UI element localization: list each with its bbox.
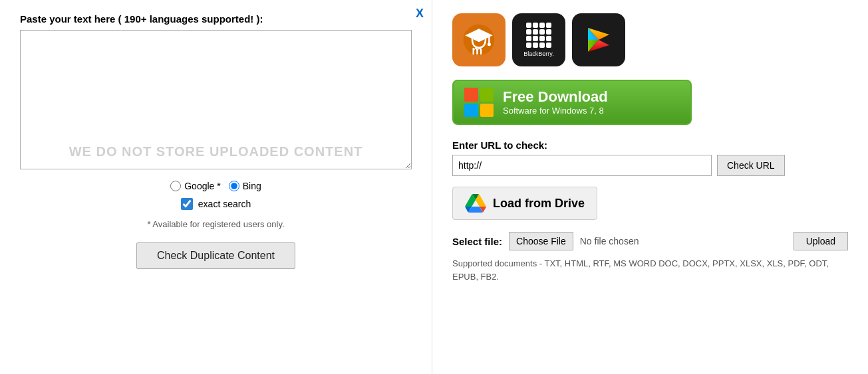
windows-blue [464, 104, 478, 118]
free-download-text: Free Download Software for Windows 7, 8 [503, 89, 608, 115]
app-icons-row: m BlackBerry. [452, 13, 848, 66]
url-label: Enter URL to check: [452, 140, 848, 151]
moodle-app-icon[interactable]: m [452, 13, 506, 66]
free-download-title: Free Download [503, 89, 608, 105]
google-play-logo [584, 25, 613, 54]
check-duplicate-button[interactable]: Check Duplicate Content [136, 242, 295, 269]
moodle-svg: m [462, 23, 496, 56]
no-file-text: No file chosen [580, 236, 639, 246]
main-textarea[interactable] [20, 30, 412, 169]
google-label: Google * [184, 181, 220, 191]
blackberry-label: BlackBerry. [523, 50, 553, 57]
url-row: Check URL [452, 155, 848, 176]
bing-radio[interactable] [229, 181, 239, 191]
bing-label: Bing [243, 181, 261, 191]
exact-search-label: exact search [198, 199, 251, 209]
file-label: Select file: [452, 236, 502, 247]
right-panel: m BlackBerry. [432, 0, 868, 374]
load-from-drive-button[interactable]: Load from Drive [452, 187, 597, 220]
bing-radio-label[interactable]: Bing [229, 181, 261, 191]
windows-logo [464, 88, 494, 117]
check-btn-row: Check Duplicate Content [20, 242, 412, 269]
windows-red [464, 88, 478, 102]
exact-search-checkbox[interactable] [181, 198, 193, 210]
windows-yellow [480, 104, 494, 118]
choose-file-button[interactable]: Choose File [509, 232, 573, 250]
windows-green [480, 88, 494, 102]
search-engine-row: Google * Bing [20, 181, 412, 191]
drive-icon [465, 194, 486, 213]
upload-button[interactable]: Upload [794, 232, 848, 250]
left-panel: X Paste your text here ( 190+ languages … [0, 0, 432, 374]
blackberry-app-icon[interactable]: BlackBerry. [512, 13, 565, 66]
supported-docs-text: Supported documents - TXT, HTML, RTF, MS… [452, 257, 838, 283]
exact-search-row: exact search [20, 198, 412, 210]
registered-note: * Available for registered users only. [20, 219, 412, 229]
google-radio[interactable] [170, 181, 181, 191]
free-download-subtitle: Software for Windows 7, 8 [503, 106, 608, 116]
blackberry-grid [526, 23, 551, 48]
google-play-app-icon[interactable] [572, 13, 625, 66]
drive-btn-label: Load from Drive [493, 197, 585, 211]
free-download-button[interactable]: Free Download Software for Windows 7, 8 [452, 80, 692, 125]
google-radio-label[interactable]: Google * [170, 181, 220, 191]
url-section: Enter URL to check: Check URL [452, 140, 848, 176]
url-input[interactable] [452, 155, 712, 176]
check-url-button[interactable]: Check URL [717, 155, 785, 176]
svg-point-3 [488, 43, 491, 46]
paste-label: Paste your text here ( 190+ languages su… [20, 13, 412, 25]
close-button[interactable]: X [416, 7, 424, 21]
svg-text:m: m [472, 43, 482, 56]
file-row: Select file: Choose File No file chosen … [452, 232, 848, 250]
textarea-wrapper: WE DO NOT STORE UPLOADED CONTENT [20, 30, 412, 171]
